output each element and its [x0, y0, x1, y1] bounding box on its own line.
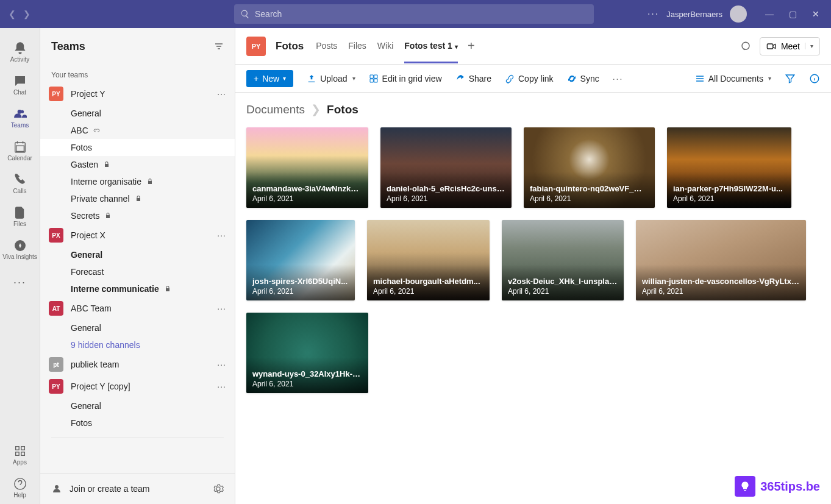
search-input[interactable]	[234, 4, 594, 24]
chevron-down-icon: ▾	[283, 75, 286, 82]
rail-chat[interactable]: Chat	[0, 68, 40, 101]
file-card[interactable]: michael-bourgault-aHetdm...April 6, 2021	[367, 220, 490, 300]
rail-more[interactable]: ···	[0, 266, 40, 299]
team-row[interactable]: PYProject Y [copy]···	[40, 375, 235, 397]
channel-item[interactable]: Interne organisatie	[40, 173, 235, 190]
team-more-icon[interactable]: ···	[217, 303, 226, 313]
teams-icon	[13, 107, 27, 121]
team-row[interactable]: ATABC Team···	[40, 297, 235, 319]
channel-item[interactable]: Interne communicatie	[40, 280, 235, 297]
edit-grid-button[interactable]: Edit in grid view	[369, 74, 442, 83]
channel-item[interactable]: General	[40, 397, 235, 414]
more-icon[interactable]: ···	[647, 9, 659, 20]
upload-button[interactable]: Upload ▾	[307, 74, 355, 83]
channel-item[interactable]: Fotos	[40, 139, 235, 156]
rail-apps[interactable]: Apps	[0, 438, 40, 471]
copy-link-button[interactable]: Copy link	[505, 74, 554, 83]
team-tile: PY	[49, 379, 63, 394]
rail-help[interactable]: Help	[0, 471, 40, 504]
file-card[interactable]: daniel-olah-5_eRcisHc2c-unspl...April 6,…	[380, 127, 512, 208]
info-icon[interactable]	[809, 73, 820, 84]
nav-forward-icon[interactable]: ❯	[21, 9, 33, 19]
watermark: 365tips.be	[735, 476, 820, 497]
avatar[interactable]	[730, 5, 747, 23]
channel-item[interactable]: Secrets	[40, 207, 235, 224]
share-button[interactable]: Share	[455, 74, 491, 83]
maximize-icon[interactable]: ▢	[783, 9, 802, 19]
file-card[interactable]: ian-parker-p7Hh9SIW22M-u...April 6, 2021	[667, 127, 791, 208]
rail-calls[interactable]: Calls	[0, 167, 40, 200]
files-icon	[13, 206, 27, 219]
minimize-icon[interactable]: ―	[760, 9, 779, 19]
share-label: Share	[469, 74, 491, 83]
upload-label: Upload	[320, 74, 347, 83]
tab-wiki[interactable]: Wiki	[377, 29, 393, 63]
file-name: ian-parker-p7Hh9SIW22M-u...	[673, 184, 785, 193]
file-card[interactable]: canmandawe-3iaV4wNnzks-...April 6, 2021	[246, 127, 368, 208]
meet-button[interactable]: Meet ▾	[760, 37, 820, 55]
main-content: PY Fotos PostsFilesWikiFotos test 1▾ + M…	[235, 28, 831, 504]
close-icon[interactable]: ✕	[807, 9, 825, 19]
rail-viva-insights[interactable]: Viva Insights	[0, 233, 40, 266]
gear-icon[interactable]	[213, 483, 224, 494]
nav-back-icon[interactable]: ❮	[6, 9, 18, 19]
section-label: Your teams	[40, 65, 235, 83]
new-button[interactable]: + New ▾	[246, 70, 293, 87]
filter-icon[interactable]	[214, 41, 224, 51]
rail-label: Calls	[13, 188, 26, 194]
file-date: April 6, 2021	[252, 287, 349, 296]
channel-item[interactable]: 9 hidden channels	[40, 336, 235, 353]
rail-calendar[interactable]: Calendar	[0, 134, 40, 167]
chat-icon[interactable]	[740, 41, 751, 52]
tab-files[interactable]: Files	[348, 29, 366, 63]
filter-funnel-icon[interactable]	[785, 73, 796, 84]
chevron-down-icon: ▾	[455, 43, 458, 50]
team-row[interactable]: PYProject Y···	[40, 83, 235, 105]
rail-label: Files	[13, 221, 26, 227]
sync-button[interactable]: Sync	[567, 74, 599, 83]
file-card[interactable]: fabian-quintero-nq02weVF_mk-u...April 6,…	[524, 127, 655, 208]
help-icon	[13, 477, 27, 491]
add-tab-icon[interactable]: +	[468, 39, 475, 53]
rail-files[interactable]: Files	[0, 200, 40, 233]
channel-name: Fotos	[71, 143, 92, 152]
team-name: publiek team	[71, 360, 119, 369]
channel-item[interactable]: General	[40, 319, 235, 336]
file-card[interactable]: wynand-uys-0_32Alxy1Hk-uns...April 6, 20…	[246, 313, 368, 393]
channel-item[interactable]: ABC	[40, 122, 235, 139]
toolbar-more-icon[interactable]: ···	[613, 74, 624, 83]
channel-name: General	[71, 250, 102, 260]
lock-icon	[104, 212, 112, 219]
join-create-team[interactable]: Join or create a team	[40, 473, 235, 504]
all-documents-button[interactable]: All Documents ▾	[695, 74, 771, 83]
team-row[interactable]: ptpubliek team···	[40, 353, 235, 375]
team-more-icon[interactable]: ···	[217, 89, 226, 99]
channel-item[interactable]: Private channel	[40, 190, 235, 207]
channel-item[interactable]: General	[40, 105, 235, 122]
rail-label: Help	[13, 492, 26, 499]
team-more-icon[interactable]: ···	[217, 382, 226, 391]
channel-item[interactable]: Gasten	[40, 156, 235, 173]
team-more-icon[interactable]: ···	[217, 230, 226, 240]
channel-item[interactable]: General	[40, 246, 235, 263]
calendar-icon	[13, 140, 27, 154]
rail-activity[interactable]: Activity	[0, 35, 40, 68]
rail-teams[interactable]: Teams	[0, 101, 40, 134]
team-row[interactable]: PXProject X···	[40, 224, 235, 246]
meet-chevron-icon[interactable]: ▾	[805, 43, 813, 49]
tab-fotos-test-1[interactable]: Fotos test 1▾	[404, 29, 458, 63]
breadcrumb-root[interactable]: Documents	[246, 103, 305, 116]
breadcrumb: Documents ❯ Fotos	[235, 93, 831, 122]
channel-name: Fotos	[71, 418, 92, 428]
file-card[interactable]: willian-justen-de-vasconcellos-VgRyLtxF.…	[636, 220, 806, 300]
file-card[interactable]: v2osk-Deiuc_XHk_I-unsplas...April 6, 202…	[502, 220, 624, 300]
channel-item[interactable]: Forecast	[40, 263, 235, 280]
file-card[interactable]: josh-spires-XrI6D5UqiN...April 6, 2021	[246, 220, 355, 300]
team-more-icon[interactable]: ···	[217, 360, 226, 369]
tab-posts[interactable]: Posts	[316, 29, 337, 63]
file-name: wynand-uys-0_32Alxy1Hk-uns...	[252, 369, 362, 378]
file-name: canmandawe-3iaV4wNnzks-...	[252, 184, 362, 193]
channel-item[interactable]: Fotos	[40, 414, 235, 431]
all-documents-label: All Documents	[708, 74, 763, 83]
edit-grid-label: Edit in grid view	[382, 74, 442, 83]
